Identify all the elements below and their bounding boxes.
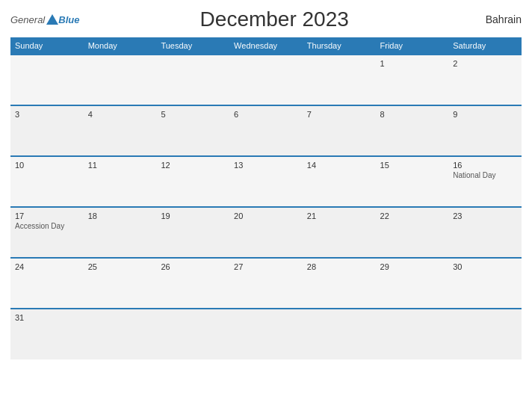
table-row — [156, 55, 229, 105]
table-row: 14 — [303, 156, 376, 207]
table-row: 8 — [376, 105, 449, 156]
header-friday: Friday — [376, 37, 449, 55]
table-row — [10, 55, 84, 105]
table-row: 25 — [84, 258, 157, 309]
table-row: 13 — [229, 156, 303, 207]
day-number: 21 — [307, 211, 371, 220]
day-number: 19 — [161, 211, 225, 220]
day-number: 17 — [15, 211, 79, 220]
day-event: National Day — [453, 171, 517, 179]
day-number: 18 — [88, 211, 152, 220]
logo-triangle-icon — [46, 14, 58, 25]
day-number: 9 — [453, 110, 517, 119]
table-row: 16National Day — [448, 156, 522, 207]
day-number: 5 — [161, 110, 225, 119]
day-number: 15 — [380, 161, 445, 170]
day-number: 3 — [15, 110, 79, 119]
table-row — [84, 55, 157, 105]
country-label: Bahrain — [469, 13, 522, 25]
day-number: 6 — [234, 110, 298, 119]
day-number: 24 — [15, 262, 79, 271]
logo: General Blue — [10, 14, 79, 25]
table-row: 20 — [229, 207, 303, 258]
day-number: 13 — [234, 161, 298, 170]
day-number: 7 — [307, 110, 371, 119]
table-row — [303, 309, 376, 359]
day-number: 2 — [453, 59, 517, 68]
calendar-week-row: 31 — [10, 309, 522, 359]
calendar-header: General Blue December 2023 Bahrain — [10, 7, 522, 31]
calendar-week-row: 24252627282930 — [10, 258, 522, 309]
table-row: 9 — [448, 105, 522, 156]
header-sunday: Sunday — [10, 37, 84, 55]
calendar-week-row: 10111213141516National Day — [10, 156, 522, 207]
day-number: 4 — [88, 110, 152, 119]
day-number: 29 — [380, 262, 445, 271]
header-thursday: Thursday — [303, 37, 376, 55]
table-row: 18 — [84, 207, 157, 258]
table-row — [303, 55, 376, 105]
day-number: 14 — [307, 161, 371, 170]
day-number: 16 — [453, 161, 517, 170]
calendar-week-row: 3456789 — [10, 105, 522, 156]
day-number: 1 — [380, 59, 445, 68]
table-row: 21 — [303, 207, 376, 258]
day-number: 10 — [15, 161, 79, 170]
month-title: December 2023 — [79, 7, 469, 31]
table-row: 23 — [448, 207, 522, 258]
table-row: 2 — [448, 55, 522, 105]
table-row: 10 — [10, 156, 84, 207]
table-row: 3 — [10, 105, 84, 156]
table-row: 19 — [156, 207, 229, 258]
header-saturday: Saturday — [448, 37, 522, 55]
table-row: 15 — [376, 156, 449, 207]
table-row: 11 — [84, 156, 157, 207]
day-number: 30 — [453, 262, 517, 271]
day-number: 31 — [15, 313, 79, 322]
weekday-header-row: Sunday Monday Tuesday Wednesday Thursday… — [10, 37, 522, 55]
day-number: 12 — [161, 161, 225, 170]
table-row — [229, 309, 303, 359]
day-number: 22 — [380, 211, 445, 220]
day-number: 26 — [161, 262, 225, 271]
day-number: 27 — [234, 262, 298, 271]
table-row: 5 — [156, 105, 229, 156]
day-number: 23 — [453, 211, 517, 220]
table-row: 28 — [303, 258, 376, 309]
table-row: 26 — [156, 258, 229, 309]
table-row: 22 — [376, 207, 449, 258]
table-row: 24 — [10, 258, 84, 309]
calendar-table: Sunday Monday Tuesday Wednesday Thursday… — [10, 37, 522, 359]
day-number: 8 — [380, 110, 445, 119]
calendar-week-row: 17Accession Day181920212223 — [10, 207, 522, 258]
table-row — [229, 55, 303, 105]
table-row: 17Accession Day — [10, 207, 84, 258]
table-row — [448, 309, 522, 359]
day-event: Accession Day — [15, 222, 79, 230]
table-row: 7 — [303, 105, 376, 156]
table-row: 4 — [84, 105, 157, 156]
day-number: 20 — [234, 211, 298, 220]
table-row: 29 — [376, 258, 449, 309]
table-row: 6 — [229, 105, 303, 156]
table-row: 1 — [376, 55, 449, 105]
table-row — [84, 309, 157, 359]
table-row — [156, 309, 229, 359]
table-row: 30 — [448, 258, 522, 309]
table-row: 27 — [229, 258, 303, 309]
logo-blue: Blue — [58, 14, 79, 25]
day-number: 11 — [88, 161, 152, 170]
header-tuesday: Tuesday — [156, 37, 229, 55]
table-row — [376, 309, 449, 359]
table-row: 31 — [10, 309, 84, 359]
header-wednesday: Wednesday — [229, 37, 303, 55]
table-row: 12 — [156, 156, 229, 207]
day-number: 25 — [88, 262, 152, 271]
header-monday: Monday — [84, 37, 157, 55]
logo-general: General — [10, 14, 45, 25]
calendar-week-row: 12 — [10, 55, 522, 105]
day-number: 28 — [307, 262, 371, 271]
